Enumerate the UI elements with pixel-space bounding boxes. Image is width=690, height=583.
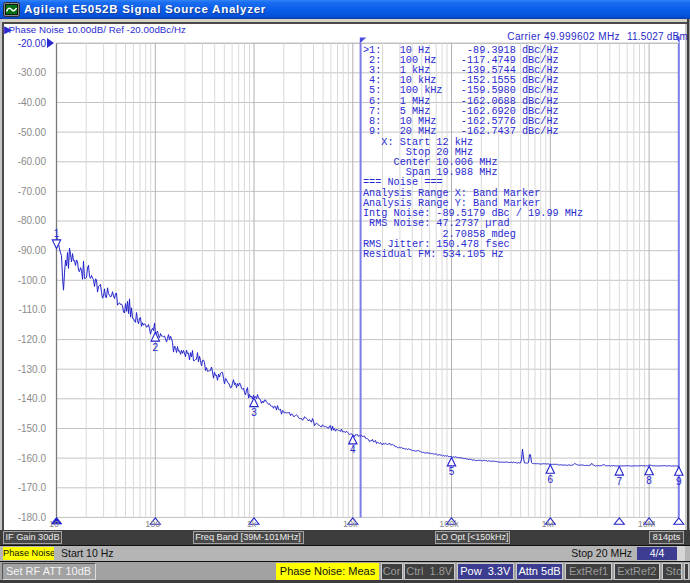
svg-text:7: 7 xyxy=(617,476,623,487)
svg-text:1: 1 xyxy=(54,228,60,239)
svg-text:3: 3 xyxy=(251,407,257,418)
svg-text:8: 8 xyxy=(646,475,652,486)
svg-text:6: 6 xyxy=(548,474,554,485)
svg-text:5: 5 xyxy=(449,466,455,477)
svg-text:4: 4 xyxy=(350,444,356,455)
svg-text:2: 2 xyxy=(153,342,159,353)
svg-text:9: 9 xyxy=(676,476,682,487)
